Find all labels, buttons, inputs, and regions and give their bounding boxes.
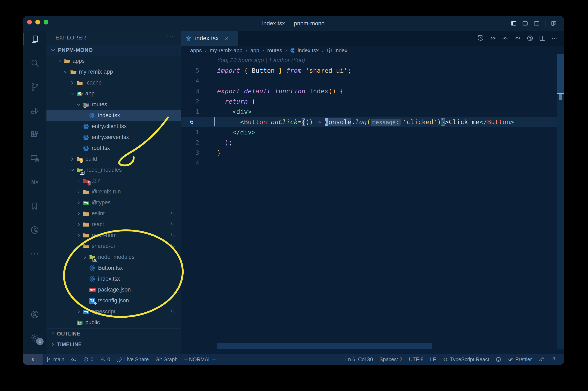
folder-icon: [82, 220, 90, 229]
tree-item-bin[interactable]: 0110.bin: [46, 175, 181, 186]
tree-item-entry-client-tsx[interactable]: entry.client.tsx: [46, 121, 181, 132]
breadcrumb-index[interactable]: Index: [327, 47, 347, 54]
status-warnings[interactable]: 0: [97, 354, 113, 365]
tree-item-pnpm-mono[interactable]: PNPM-MONO: [46, 45, 181, 56]
tree-item-cache[interactable]: .cache: [46, 77, 181, 88]
status-errors[interactable]: 0: [80, 354, 97, 365]
chevron-down-icon: [75, 101, 82, 108]
next-change-icon[interactable]: [514, 35, 521, 42]
tree-item-package-json[interactable]: npmpackage.json: [46, 284, 181, 295]
breadcrumb-apps[interactable]: apps: [190, 47, 202, 54]
tree-item-build[interactable]: build: [46, 154, 181, 165]
tree-item-node-modules[interactable]: JSnode_modules: [46, 165, 181, 175]
status-formatter-prettier[interactable]: Prettier: [504, 354, 535, 365]
status-vim-mode[interactable]: -- NORMAL --: [181, 354, 219, 365]
gitlens-graph-icon[interactable]: [526, 35, 534, 42]
tree-item-tsconfig-json[interactable]: TS⚙tsconfig.json: [46, 295, 181, 306]
tree-item-entry-server-tsx[interactable]: entry.server.tsx: [46, 132, 181, 143]
activity-search-icon[interactable]: [23, 55, 46, 71]
breadcrumb-app[interactable]: app: [250, 47, 259, 54]
zoom-button[interactable]: [44, 20, 48, 24]
vertical-scrollbar-thumb[interactable]: [557, 54, 564, 94]
status-notifications[interactable]: [547, 354, 559, 365]
status-eol-sequence[interactable]: LF: [427, 354, 439, 365]
toggle-primary-sidebar-icon[interactable]: [510, 20, 517, 26]
status-indentation[interactable]: Spaces: 2: [376, 354, 406, 365]
minimize-button[interactable]: [35, 20, 40, 24]
section-timeline[interactable]: TIMELINE: [46, 339, 181, 350]
status-live-share[interactable]: Live Share: [113, 354, 152, 365]
tree-item-shared-ui[interactable]: shared-ui: [46, 241, 181, 252]
tree-item-node-modules[interactable]: JSnode_modules: [46, 252, 181, 263]
customize-layout-icon[interactable]: [551, 20, 557, 26]
code-line[interactable]: 6 <Button onClick={() ⇒ console.log(mess…: [181, 117, 557, 127]
commit-icon[interactable]: [502, 35, 509, 42]
live-share-icon: [117, 357, 122, 362]
tree-item-types[interactable]: TS@types: [46, 197, 181, 208]
tree-item-remix-run[interactable]: @remix-run: [46, 186, 181, 197]
code-line[interactable]: 5import { Button } from 'shared-ui';: [181, 65, 557, 76]
activity-accounts-icon[interactable]: [23, 306, 46, 323]
tree-item-button-tsx[interactable]: Button.tsx: [46, 263, 181, 273]
code-line[interactable]: 1 <div>: [181, 106, 557, 117]
toggle-secondary-sidebar-icon[interactable]: [534, 20, 540, 26]
status-publish-changes[interactable]: [68, 354, 80, 365]
language-mode-icon: {}: [443, 357, 448, 362]
code-line[interactable]: 4: [181, 76, 557, 86]
tree-item-apps[interactable]: apps: [46, 56, 181, 66]
code-line[interactable]: 3}: [181, 148, 557, 158]
section-outline[interactable]: OUTLINE: [46, 328, 181, 339]
status-git-branch[interactable]: main: [43, 354, 68, 365]
breadcrumb-routes[interactable]: routes: [267, 47, 282, 54]
tree-item-public[interactable]: public: [46, 317, 181, 328]
code-line[interactable]: 3export default function Index() {: [181, 86, 557, 96]
more-actions-icon[interactable]: [551, 35, 558, 42]
tree-item-my-remix-app[interactable]: my-remix-app: [46, 66, 181, 77]
previous-change-icon[interactable]: [490, 35, 496, 42]
tab-label: index.tsx: [195, 35, 218, 42]
status-cursor-position[interactable]: Ln 6, Col 30: [342, 354, 376, 365]
breadcrumb-index-tsx[interactable]: index.tsx: [290, 47, 319, 54]
status-remote-indicator[interactable]: [23, 354, 43, 365]
tree-item-index-tsx[interactable]: index.tsx: [46, 273, 181, 284]
horizontal-scrollbar[interactable]: [217, 343, 432, 349]
activity-bookmarks-icon[interactable]: [23, 198, 46, 214]
tree-item-routes[interactable]: routes: [46, 99, 181, 110]
status-encoding[interactable]: UTF-8: [406, 354, 427, 365]
activity-extensions-icon[interactable]: [23, 126, 46, 143]
activity-remote-explorer-icon[interactable]: [23, 150, 46, 167]
close-button[interactable]: [27, 20, 32, 24]
code-line[interactable]: 1 </div>: [181, 127, 557, 137]
tab-index-tsx[interactable]: index.tsx: [181, 31, 238, 46]
tree-item-root-tsx[interactable]: root.tsx: [46, 143, 181, 154]
activity-nx-console-icon[interactable]: N≥: [23, 174, 46, 191]
explorer-more-actions-icon[interactable]: [167, 33, 173, 41]
code-area[interactable]: You, 23 hours ago | 1 author (You)5impor…: [181, 55, 564, 354]
toggle-panel-icon[interactable]: [522, 20, 528, 26]
status-github[interactable]: [492, 354, 504, 365]
split-editor-icon[interactable]: [539, 35, 546, 42]
tree-item-typescript[interactable]: TStypescript: [46, 306, 181, 317]
close-icon[interactable]: [224, 36, 229, 41]
tree-item-app[interactable]: ⚙app: [46, 88, 181, 99]
activity-explorer-icon[interactable]: [23, 31, 46, 47]
activity-settings-icon[interactable]: 1: [23, 330, 46, 346]
code-line[interactable]: 2 );: [181, 137, 557, 148]
activity-run-and-debug-icon[interactable]: [23, 102, 46, 119]
tree-item-react[interactable]: react: [46, 219, 181, 230]
status-feedback[interactable]: [535, 354, 547, 365]
status-git-graph[interactable]: Git Graph: [152, 354, 181, 365]
breadcrumb-my-remix-app[interactable]: my-remix-app: [210, 47, 242, 54]
activity-more-views-icon[interactable]: [23, 246, 46, 262]
tree-item-eslint[interactable]: eslint: [46, 208, 181, 219]
activity-source-control-icon[interactable]: [23, 79, 46, 95]
code-text: import { Button } from 'shared-ui';: [217, 65, 351, 76]
code-line[interactable]: 2 return (: [181, 96, 557, 106]
tree-item-index-tsx[interactable]: index.tsx: [46, 110, 181, 121]
breadcrumb-separator: ›: [205, 47, 207, 54]
status-language-mode[interactable]: {}TypeScript React: [439, 354, 492, 365]
code-line[interactable]: 4: [181, 158, 557, 168]
timeline-history-icon[interactable]: [477, 35, 484, 42]
tree-item-react-dom[interactable]: react-dom: [46, 230, 181, 241]
activity-gitlens-icon[interactable]: [23, 222, 46, 238]
